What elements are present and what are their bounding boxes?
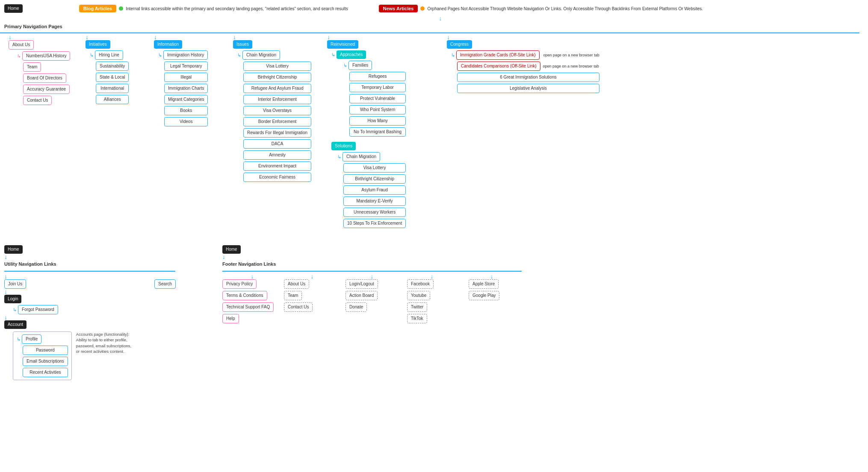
solutions-asylum-fraud-node[interactable]: Asylum Fraud [343, 185, 406, 195]
solutions-node[interactable]: Solutions [331, 142, 356, 150]
footer-contact-us-node[interactable]: Contact Us [284, 302, 313, 312]
initiatives-node[interactable]: Initiatives [86, 40, 110, 49]
tiktok-node[interactable]: TikTok [407, 314, 427, 323]
utility-home-node[interactable]: Home [4, 245, 23, 254]
candidates-comparisons-node[interactable]: Candidates Comparisons (Off-Site Link) [457, 62, 540, 71]
border-enforcement-node[interactable]: Border Enforcement [243, 117, 311, 126]
footer-team-node[interactable]: Team [284, 291, 302, 300]
search-node[interactable]: Search [154, 279, 176, 289]
technical-support-faq-node[interactable]: Technical Support FAQ [222, 302, 274, 312]
accuracy-guarantee-node[interactable]: Accuracy Guarantee [23, 85, 70, 94]
congress-node[interactable]: Congress [447, 40, 472, 49]
issues-chain-migration-node[interactable]: Chain Migration [242, 50, 280, 60]
google-play-node[interactable]: Google Play [469, 291, 499, 300]
information-node[interactable]: Information [154, 40, 182, 49]
facebook-node[interactable]: Facebook [407, 279, 434, 289]
recent-activities-node[interactable]: Recent Activities [23, 368, 68, 377]
refugees-node[interactable]: Refugees [349, 72, 406, 81]
news-dot [420, 6, 425, 11]
international-node[interactable]: International [96, 84, 129, 93]
immigration-grade-cards-node[interactable]: Immigration Grade Cards (Off-Site Link) [456, 50, 540, 60]
who-point-system-node[interactable]: Who Point System [349, 105, 406, 114]
utility-arrow1: ↓ [4, 273, 7, 279]
footer-home-node[interactable]: Home [222, 245, 241, 254]
help-node[interactable]: Help [222, 314, 239, 323]
solutions-visa-lottery-node[interactable]: Visa Lottery [343, 163, 406, 173]
footer-nav-label: Footer Navigation Links [222, 261, 276, 267]
no-immigrant-bashing-node[interactable]: No To Immigrant Bashing [349, 127, 406, 137]
legislative-analysis-node[interactable]: Legislative Analysis [457, 84, 599, 93]
contact-us-node[interactable]: Contact Us [23, 96, 52, 105]
profile-node[interactable]: Profile [22, 334, 41, 344]
twitter-node[interactable]: Twitter [407, 302, 427, 312]
terms-conditions-node[interactable]: Terms & Conditions [222, 291, 267, 300]
congress-arrow: ↓ [447, 34, 450, 40]
footer-about-us-node[interactable]: About Us [284, 279, 309, 289]
footer-arr2: ↓ [311, 273, 314, 279]
footer-arr5: ↓ [490, 273, 493, 279]
hiring-line-node[interactable]: Hiring Line [95, 50, 123, 60]
donate-node[interactable]: Donate [345, 302, 367, 312]
amnesty-node[interactable]: Amnesty [243, 150, 311, 160]
10-steps-node[interactable]: 10 Steps To Fix Enforcement [343, 219, 406, 228]
about-us-node[interactable]: About Us [9, 40, 34, 50]
temporary-labor-node[interactable]: Temporary Labor [349, 83, 406, 92]
reinvisioned-node[interactable]: Reinvisioned [327, 40, 358, 49]
login-node[interactable]: Login [4, 295, 21, 303]
solutions-chain-migration-node[interactable]: Chain Migration [342, 152, 380, 161]
youtube-node[interactable]: Youtube [407, 291, 430, 300]
blog-dot [119, 6, 123, 11]
issues-node[interactable]: Issues [233, 40, 252, 49]
visa-overstays-node[interactable]: Visa Overstays [243, 106, 311, 115]
action-board-node[interactable]: Action Board [345, 291, 378, 300]
families-node[interactable]: Families [348, 61, 372, 70]
how-many-node[interactable]: How Many [349, 116, 406, 126]
alliances-node[interactable]: Alliances [96, 95, 129, 104]
join-us-node[interactable]: Join Us [4, 279, 26, 289]
team-node[interactable]: Team [23, 62, 41, 72]
environment-impact-node[interactable]: Environment Impact [243, 161, 311, 171]
protect-vulnerable-node[interactable]: Protect Vulnerable [349, 94, 406, 103]
footer-arr3: ↓ [371, 273, 374, 279]
email-subscriptions-node[interactable]: Email Subscriptions [23, 357, 68, 366]
apple-store-node[interactable]: Apple Store [469, 279, 499, 289]
about-us-arrow: ↓ [9, 34, 12, 40]
account-node[interactable]: Account [4, 320, 27, 329]
unnecessary-workers-node[interactable]: Unnecessary Workers [343, 208, 406, 217]
privacy-policy-node[interactable]: Privacy Policy [222, 279, 257, 289]
videos-node[interactable]: Videos [164, 117, 208, 126]
economic-fairness-node[interactable]: Economic Fairness [243, 173, 311, 182]
blog-badge: Blog Articles [79, 5, 116, 12]
interior-enforcement-node[interactable]: Interior Enforcement [243, 95, 311, 104]
solutions-birthright-node[interactable]: Birthright Citizenship [343, 174, 406, 184]
legal-temporary-node[interactable]: Legal Temporary [164, 62, 208, 71]
immigration-history-node[interactable]: Immigration History [163, 50, 208, 60]
rewards-illegal-node[interactable]: Rewards For Illegal Immigration [243, 128, 311, 138]
footer-home-arrow: ↓ [222, 254, 225, 260]
approaches-node[interactable]: Approaches [337, 50, 366, 59]
numbersusa-history-node[interactable]: NumbersUSA History [22, 51, 70, 61]
issues-birthright-node[interactable]: Birthright Citizenship [243, 73, 311, 82]
immigration-charts-node[interactable]: Immigration Charts [164, 84, 208, 93]
migrant-categories-node[interactable]: Migrant Categories [164, 95, 208, 104]
forgot-password-node[interactable]: Forgot Password [18, 305, 58, 314]
great-immigration-solutions-node[interactable]: 6 Great Immigration Solutions [457, 73, 599, 82]
login-logout-node[interactable]: Login/Logout [345, 279, 378, 289]
mandatory-everify-node[interactable]: Mandatory E-Verify [343, 196, 406, 206]
issues-arrow: ↓ [233, 34, 236, 40]
primary-nav-label: Primary Navigation Pages [4, 24, 62, 29]
issues-visa-lottery-node[interactable]: Visa Lottery [243, 62, 311, 71]
illegal-node[interactable]: Illegal [164, 73, 208, 82]
state-local-node[interactable]: State & Local [96, 73, 129, 82]
blog-desc: Internal links accessible within the pri… [126, 6, 348, 11]
daca-node[interactable]: DACA [243, 139, 311, 149]
board-directors-node[interactable]: Board Of Directors [23, 73, 66, 83]
books-node[interactable]: Books [164, 106, 208, 115]
utility-arrow2: ↓ [4, 289, 7, 295]
home-node-top[interactable]: Home [4, 4, 23, 13]
utility-nav-label: Utility Navigation Links [4, 261, 56, 267]
refugee-asylum-fraud-node[interactable]: Refugee And Asylum Fraud [243, 84, 311, 93]
password-node[interactable]: Password [23, 346, 68, 355]
utility-arrow3: ↓ [4, 314, 7, 320]
sustainability-node[interactable]: Sustainability [96, 62, 129, 71]
